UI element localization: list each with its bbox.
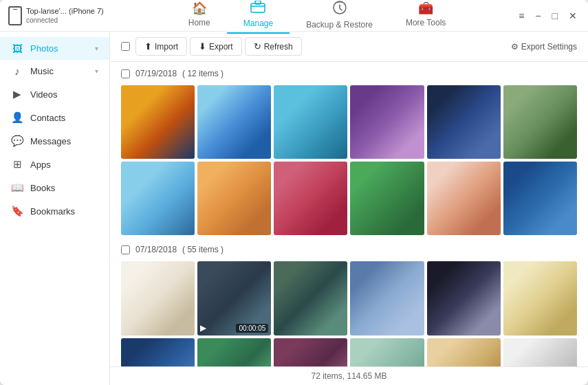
video-duration: 00:00:05 (236, 324, 268, 333)
videos-icon: ▶ (11, 88, 23, 100)
photo-thumb[interactable] (121, 338, 195, 366)
music-chevron-icon: ▾ (95, 67, 98, 75)
date-label-1: 07/19/2018 (135, 69, 177, 78)
video-play-icon: ▶ (200, 323, 206, 333)
backup-icon (332, 1, 347, 18)
sidebar-label-photos: Photos (30, 43, 58, 54)
sidebar-item-bookmarks[interactable]: 🔖 Bookmarks (0, 199, 109, 223)
tools-icon: 🧰 (418, 1, 433, 16)
sidebar-label-books: Books (30, 183, 55, 193)
photo-thumb[interactable] (503, 261, 577, 335)
tab-navigation: 🏠 Home Manage (118, 0, 516, 34)
photo-thumb[interactable] (427, 338, 501, 366)
photos-container[interactable]: 07/19/2018 ( 12 items ) (110, 62, 588, 366)
photo-thumb[interactable] (503, 162, 577, 235)
bookmarks-icon: 🔖 (11, 205, 23, 217)
photos-chevron-icon: ▾ (95, 45, 98, 52)
content-area: ⬆ Import ⬇ Export ↻ Refresh ⚙ Export Set… (110, 32, 588, 385)
sidebar-item-music[interactable]: ♪ Music ▾ (0, 60, 109, 82)
export-label: Export (209, 42, 233, 52)
sidebar-label-apps: Apps (30, 160, 51, 170)
photo-thumb[interactable]: ▶ 00:00:05 (197, 261, 271, 335)
tab-home[interactable]: 🏠 Home (172, 0, 227, 34)
photo-thumb[interactable] (197, 85, 271, 159)
sidebar-label-videos: Videos (30, 89, 58, 100)
refresh-button[interactable]: ↻ Refresh (245, 37, 302, 56)
sidebar-item-videos[interactable]: ▶ Videos (0, 82, 109, 106)
minimize-button[interactable]: − (532, 9, 543, 23)
sidebar: 🖼 Photos ▾ ♪ Music ▾ ▶ Videos 👤 Contacts… (0, 32, 110, 385)
menu-button[interactable]: ≡ (516, 9, 527, 23)
window-controls: ≡ − □ ✕ (516, 9, 580, 23)
photo-thumb[interactable] (503, 338, 577, 366)
sidebar-label-bookmarks: Bookmarks (30, 206, 75, 217)
photo-thumb[interactable] (274, 338, 347, 366)
photo-thumb[interactable] (274, 85, 347, 159)
photo-thumb[interactable] (350, 338, 424, 366)
tab-more-tools[interactable]: 🧰 More Tools (389, 0, 462, 34)
photo-thumb[interactable] (121, 162, 195, 235)
sidebar-label-messages: Messages (30, 136, 71, 146)
svg-rect-0 (251, 3, 265, 12)
music-icon: ♪ (11, 65, 23, 77)
svg-rect-1 (255, 1, 261, 4)
sidebar-item-contacts[interactable]: 👤 Contacts (0, 106, 109, 129)
date-label-2: 07/18/2018 (135, 245, 177, 254)
photo-thumb[interactable] (350, 162, 424, 235)
tab-manage-label: Manage (243, 19, 273, 28)
app-window: Top-lanse'... (iPhone 7) connected 🏠 Hom… (0, 0, 588, 385)
export-button[interactable]: ⬇ Export (190, 37, 242, 56)
photo-thumb[interactable] (427, 85, 501, 159)
date-header-1: 07/19/2018 ( 12 items ) (121, 67, 577, 80)
import-button[interactable]: ⬆ Import (135, 37, 187, 56)
home-icon: 🏠 (192, 1, 207, 16)
tab-backup-label: Backup & Restore (306, 20, 373, 30)
contacts-icon: 👤 (11, 111, 23, 124)
tab-manage[interactable]: Manage (227, 0, 290, 34)
photo-thumb[interactable] (503, 85, 577, 159)
gear-icon: ⚙ (511, 42, 519, 52)
count-label-2: ( 55 items ) (182, 245, 224, 254)
photo-thumb[interactable] (197, 162, 271, 235)
sidebar-label-contacts: Contacts (30, 113, 65, 123)
device-icon (8, 6, 22, 25)
section2-checkbox[interactable] (121, 245, 130, 254)
sidebar-item-apps[interactable]: ⊞ Apps (0, 153, 109, 176)
main-content: 🖼 Photos ▾ ♪ Music ▾ ▶ Videos 👤 Contacts… (0, 32, 588, 385)
books-icon: 📖 (11, 182, 23, 194)
status-text: 72 items, 114.65 MB (311, 371, 386, 381)
date-header-2: 07/18/2018 ( 55 items ) (121, 243, 577, 256)
photo-grid-2: ▶ 00:00:05 (121, 261, 577, 366)
photo-thumb[interactable] (274, 261, 347, 335)
close-button[interactable]: ✕ (566, 9, 580, 23)
photo-thumb[interactable] (121, 85, 195, 159)
toolbar: ⬆ Import ⬇ Export ↻ Refresh ⚙ Export Set… (110, 32, 588, 62)
sidebar-item-books[interactable]: 📖 Books (0, 176, 109, 199)
manage-icon (250, 1, 265, 16)
restore-button[interactable]: □ (549, 9, 560, 23)
export-settings-label: Export Settings (521, 42, 577, 52)
section1-checkbox[interactable] (121, 69, 130, 78)
photo-thumb[interactable] (427, 162, 501, 235)
import-icon: ⬆ (144, 41, 152, 52)
tab-home-label: Home (188, 18, 210, 28)
photo-thumb[interactable] (197, 338, 271, 366)
sidebar-item-photos[interactable]: 🖼 Photos ▾ (0, 37, 109, 60)
sidebar-label-music: Music (30, 66, 54, 76)
photo-thumb[interactable] (121, 261, 195, 335)
tab-backup-restore[interactable]: Backup & Restore (290, 0, 389, 34)
refresh-label: Refresh (264, 42, 293, 52)
export-icon: ⬇ (199, 41, 206, 52)
photo-thumb[interactable] (427, 261, 501, 335)
count-label-1: ( 12 items ) (182, 69, 224, 78)
refresh-icon: ↻ (254, 41, 261, 52)
status-bar: 72 items, 114.65 MB (110, 366, 588, 385)
photo-thumb[interactable] (350, 85, 424, 159)
date-section-2: 07/18/2018 ( 55 items ) ▶ 00:00:05 (121, 243, 577, 366)
export-settings-button[interactable]: ⚙ Export Settings (511, 42, 577, 52)
sidebar-item-messages[interactable]: 💬 Messages (0, 129, 109, 153)
photo-thumb[interactable] (274, 162, 347, 235)
apps-icon: ⊞ (11, 158, 23, 170)
photo-thumb[interactable] (350, 261, 424, 335)
select-all-checkbox[interactable] (121, 42, 130, 51)
